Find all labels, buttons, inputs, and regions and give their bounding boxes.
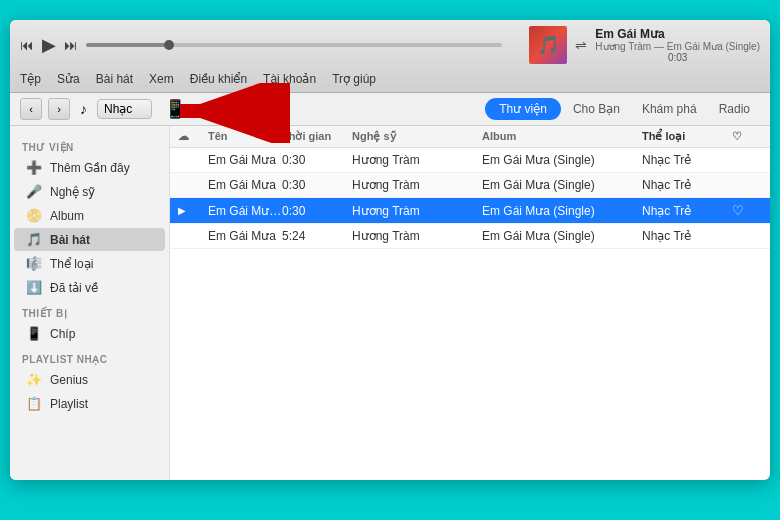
album-label: Album [50, 209, 84, 223]
the-loai-label: Thể loại [50, 257, 93, 271]
main-content: Thư viện ➕ Thêm Gần đây 🎤 Nghệ sỹ 📀 Albu… [10, 126, 770, 480]
sidebar-item-bai-hat[interactable]: 🎵 Bài hát [14, 228, 165, 251]
bai-hat-icon: 🎵 [26, 232, 42, 247]
row2-genre: Nhạc Trẻ [642, 178, 732, 192]
row4-artist: Hương Tràm [352, 229, 482, 243]
col-heart: ♡ [732, 130, 762, 143]
shuffle-button[interactable]: ⇌ [575, 37, 587, 53]
chip-icon: 📱 [26, 326, 42, 341]
itunes-window: ⏮ ▶ ⏭ 🎵 ⇌ Em Gái Mưa Hương Tràm — Em Gái… [10, 20, 770, 480]
thu-vien-header: Thư viện [10, 134, 169, 155]
radio-tab-button[interactable]: Radio [709, 98, 760, 120]
progress-fill [86, 43, 169, 47]
menu-bai-hat[interactable]: Bài hát [96, 70, 133, 88]
menu-sua[interactable]: Sửa [57, 70, 80, 88]
table-row[interactable]: Em Gái Mưa 0:30 Hương Tràm Em Gái Mưa (S… [170, 148, 770, 173]
playlist-header: Playlist nhạc [10, 346, 169, 367]
progress-thumb [164, 40, 174, 50]
play-pause-button[interactable]: ▶ [42, 34, 56, 56]
table-row[interactable]: Em Gái Mưa 5:24 Hương Tràm Em Gái Mưa (S… [170, 224, 770, 249]
row2-artist: Hương Tràm [352, 178, 482, 192]
bai-hat-label: Bài hát [50, 233, 90, 247]
col-indicator: ☁ [178, 130, 208, 143]
row3-genre: Nhạc Trẻ [642, 204, 732, 218]
rewind-button[interactable]: ⏮ [20, 37, 34, 53]
menu-tai-khoan[interactable]: Tài khoản [263, 70, 316, 88]
now-playing-info: 🎵 ⇌ Em Gái Mưa Hương Tràm — Em Gái Mưa (… [510, 26, 760, 64]
row1-album: Em Gái Mưa (Single) [482, 153, 642, 167]
row4-name: Em Gái Mưa [208, 229, 282, 243]
menu-row: Tệp Sửa Bài hát Xem Điều khiển Tài khoản… [20, 70, 760, 92]
the-loai-icon: 🎼 [26, 256, 42, 271]
table-header: ☁ Tên Thời gian Nghệ sỹ Album Thể loại ♡ [170, 126, 770, 148]
menu-dieu-khien[interactable]: Điều khiển [190, 70, 247, 88]
playlist-icon: 📋 [26, 396, 42, 411]
row4-duration: 5:24 [282, 229, 352, 243]
sidebar-item-album[interactable]: 📀 Album [14, 204, 165, 227]
song-details: Em Gái Mưa Hương Tràm — Em Gái Mưa (Sing… [595, 27, 760, 63]
row1-artist: Hương Tràm [352, 153, 482, 167]
menu-tep[interactable]: Tệp [20, 70, 41, 88]
genius-icon: ✨ [26, 372, 42, 387]
col-duration[interactable]: Thời gian [282, 130, 352, 143]
menu-xem[interactable]: Xem [149, 70, 174, 88]
thiet-bi-header: Thiết bị [10, 300, 169, 321]
col-genre[interactable]: Thể loại [642, 130, 732, 143]
row3-name: Em Gái Mưa ··· [208, 204, 282, 218]
cho-ban-tab-button[interactable]: Cho Bạn [563, 98, 630, 120]
sidebar-item-playlist[interactable]: 📋 Playlist [14, 392, 165, 415]
menu-tro-giup[interactable]: Trợ giúp [332, 70, 376, 88]
album-art: 🎵 [529, 26, 567, 64]
da-tai-ve-icon: ⬇️ [26, 280, 42, 295]
row1-genre: Nhạc Trẻ [642, 153, 732, 167]
genius-label: Genius [50, 373, 88, 387]
row4-album: Em Gái Mưa (Single) [482, 229, 642, 243]
sidebar: Thư viện ➕ Thêm Gần đây 🎤 Nghệ sỹ 📀 Albu… [10, 126, 170, 480]
time-display: 0:03 [595, 52, 760, 63]
col-album[interactable]: Album [482, 130, 642, 143]
category-select[interactable]: Nhạc [97, 99, 152, 119]
chip-label: Chíp [50, 327, 75, 341]
row1-name: Em Gái Mưa [208, 153, 282, 167]
sidebar-item-genius[interactable]: ✨ Genius [14, 368, 165, 391]
sidebar-item-chip[interactable]: 📱 Chíp [14, 322, 165, 345]
row3-indicator: ▶ [178, 205, 208, 216]
col-artist[interactable]: Nghệ sỹ [352, 130, 482, 143]
top-bar: ⏮ ▶ ⏭ 🎵 ⇌ Em Gái Mưa Hương Tràm — Em Gái… [10, 20, 770, 93]
sidebar-item-them-gan-day[interactable]: ➕ Thêm Gần đây [14, 156, 165, 179]
transport-row: ⏮ ▶ ⏭ 🎵 ⇌ Em Gái Mưa Hương Tràm — Em Gái… [20, 26, 760, 64]
row4-genre: Nhạc Trẻ [642, 229, 732, 243]
table-row-playing[interactable]: ▶ Em Gái Mưa ··· 0:30 Hương Tràm Em Gái … [170, 198, 770, 224]
row2-album: Em Gái Mưa (Single) [482, 178, 642, 192]
row3-artist: Hương Tràm [352, 204, 482, 218]
col-name[interactable]: Tên [208, 130, 282, 143]
now-playing-artist: Hương Tràm — Em Gái Mưa (Single) [595, 41, 760, 52]
progress-bar-container [86, 43, 502, 47]
back-button[interactable]: ‹ [20, 98, 42, 120]
row3-duration: 0:30 [282, 204, 352, 218]
sidebar-item-da-tai-ve[interactable]: ⬇️ Đã tải về [14, 276, 165, 299]
nghe-sy-label: Nghệ sỹ [50, 185, 95, 199]
device-icon[interactable]: 📱 [164, 98, 186, 120]
album-icon: 📀 [26, 208, 42, 223]
forward-button[interactable]: › [48, 98, 70, 120]
row2-name: Em Gái Mưa [208, 178, 282, 192]
library-tabs: Thư viện Cho Bạn Khám phá Radio [485, 98, 760, 120]
sidebar-item-the-loai[interactable]: 🎼 Thể loại [14, 252, 165, 275]
toolbar-row: ‹ › ♪ Nhạc 📱 Thư viện Cho Bạn Khám phá R… [10, 93, 770, 126]
kham-pha-tab-button[interactable]: Khám phá [632, 98, 707, 120]
music-icon: ♪ [80, 101, 87, 117]
row3-album: Em Gái Mưa (Single) [482, 204, 642, 218]
them-gan-day-label: Thêm Gần đây [50, 161, 130, 175]
them-gan-day-icon: ➕ [26, 160, 42, 175]
fast-forward-button[interactable]: ⏭ [64, 37, 78, 53]
playlist-label: Playlist [50, 397, 88, 411]
table-row[interactable]: Em Gái Mưa 0:30 Hương Tràm Em Gái Mưa (S… [170, 173, 770, 198]
da-tai-ve-label: Đã tải về [50, 281, 98, 295]
row1-duration: 0:30 [282, 153, 352, 167]
progress-track[interactable] [86, 43, 502, 47]
sidebar-item-nghe-sy[interactable]: 🎤 Nghệ sỹ [14, 180, 165, 203]
now-playing-title: Em Gái Mưa [595, 27, 760, 41]
library-tab-button[interactable]: Thư viện [485, 98, 561, 120]
row3-heart: ♡ [732, 203, 762, 218]
